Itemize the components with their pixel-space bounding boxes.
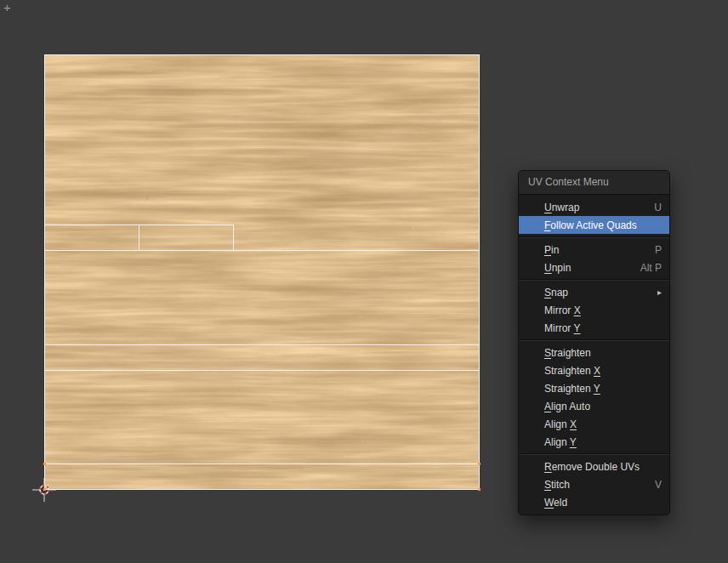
- menu-item-label: Straighten X: [544, 365, 600, 377]
- uv-edge: [44, 250, 480, 251]
- uv-island-overlay: [44, 54, 480, 490]
- menu-item-label: Straighten Y: [544, 383, 600, 395]
- uv-selected-vertex[interactable]: [478, 488, 481, 491]
- menu-item-label: Follow Active Quads: [544, 219, 637, 231]
- menu-item-align-auto[interactable]: Align Auto: [519, 397, 669, 415]
- menu-item-shortcut: Alt P: [640, 262, 662, 274]
- uv-edge: [233, 225, 234, 251]
- menu-item-label: Mirror Y: [544, 322, 580, 334]
- uv-edge: [44, 489, 480, 490]
- menu-separator: [519, 339, 669, 341]
- menu-item-label: Align Auto: [544, 401, 590, 412]
- menu-item-mirror-y[interactable]: Mirror Y: [519, 319, 669, 337]
- menu-item-straighten[interactable]: Straighten: [519, 344, 669, 361]
- menu-separator: [519, 453, 669, 455]
- uv-selected-vertex[interactable]: [478, 463, 481, 465]
- menu-item-straighten-x[interactable]: Straighten X: [519, 361, 669, 379]
- uv-editor-texture[interactable]: [44, 54, 480, 490]
- cursor-2d-icon: [31, 477, 57, 503]
- menu-item-label: Remove Double UVs: [544, 461, 640, 473]
- menu-item-label: Pin: [544, 244, 559, 256]
- menu-item-align-y[interactable]: Align Y: [519, 433, 669, 451]
- menu-item-align-x[interactable]: Align X: [519, 415, 669, 433]
- menu-title: UV Context Menu: [519, 171, 669, 195]
- uv-edge: [44, 54, 480, 55]
- menu-item-straighten-y[interactable]: Straighten Y: [519, 379, 669, 397]
- menu-item-label: Align Y: [544, 436, 577, 448]
- menu-item-shortcut: V: [655, 479, 662, 491]
- menu-item-weld[interactable]: Weld: [519, 493, 669, 511]
- menu-item-label: Straighten: [544, 347, 591, 359]
- uv-selected-vertex[interactable]: [43, 463, 46, 465]
- menu-item-snap[interactable]: Snap▸: [519, 283, 669, 301]
- menu-item-label: Unwrap: [544, 202, 579, 213]
- submenu-arrow-icon: ▸: [657, 287, 662, 297]
- menu-item-label: Stitch: [544, 479, 570, 491]
- menu-item-label: Snap: [544, 287, 568, 299]
- uv-editor-area: +: [0, 0, 728, 563]
- menu-item-label: Weld: [544, 497, 567, 509]
- uv-edge: [44, 370, 480, 371]
- menu-item-shortcut: P: [655, 244, 662, 256]
- uv-context-menu: UV Context Menu UnwrapUFollow Active Qua…: [518, 170, 670, 515]
- menu-item-mirror-x[interactable]: Mirror X: [519, 301, 669, 319]
- menu-item-pin[interactable]: PinP: [519, 241, 669, 259]
- menu-separator: [519, 279, 669, 281]
- menu-item-label: Mirror X: [544, 304, 581, 316]
- menu-item-label: Align X: [544, 418, 577, 430]
- area-corner-icon: +: [3, 0, 11, 15]
- menu-item-label: Unpin: [544, 262, 571, 274]
- uv-edge: [479, 54, 480, 490]
- menu-item-unwrap[interactable]: UnwrapU: [519, 198, 669, 216]
- uv-edge: [44, 463, 480, 464]
- menu-item-stitch[interactable]: StitchV: [519, 475, 669, 493]
- menu-item-follow-active-quads[interactable]: Follow Active Quads: [519, 216, 669, 234]
- uv-edge: [44, 54, 45, 490]
- uv-edge: [139, 225, 139, 251]
- context-menu-items: UnwrapUFollow Active QuadsPinPUnpinAlt P…: [519, 195, 669, 515]
- menu-item-shortcut: U: [654, 202, 662, 213]
- uv-edge: [44, 344, 480, 345]
- menu-item-remove-double-uvs[interactable]: Remove Double UVs: [519, 458, 669, 475]
- menu-item-unpin[interactable]: UnpinAlt P: [519, 259, 669, 276]
- menu-separator: [519, 236, 669, 238]
